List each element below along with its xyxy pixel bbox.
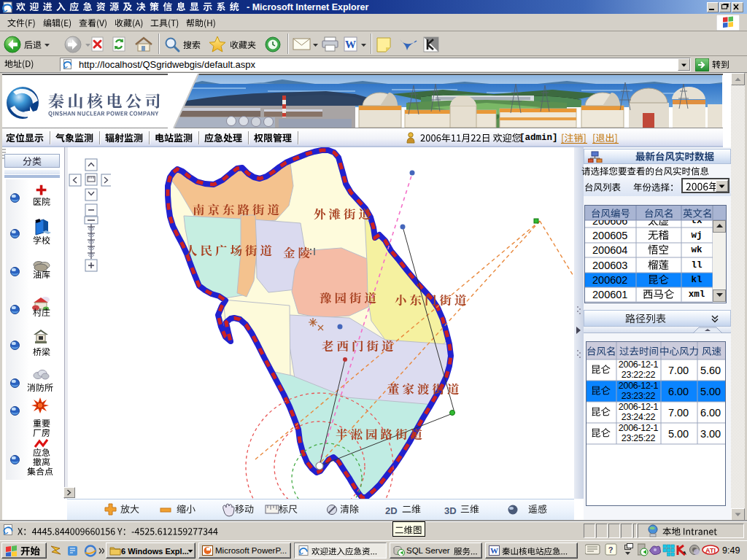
svg-text:W: W [490, 546, 498, 555]
svg-text:2D: 2D [385, 505, 398, 516]
svg-text:?: ? [608, 545, 614, 554]
svg-text:3D: 3D [444, 505, 457, 516]
svg-text:W: W [345, 39, 356, 50]
svg-text:ATI: ATI [705, 547, 716, 554]
